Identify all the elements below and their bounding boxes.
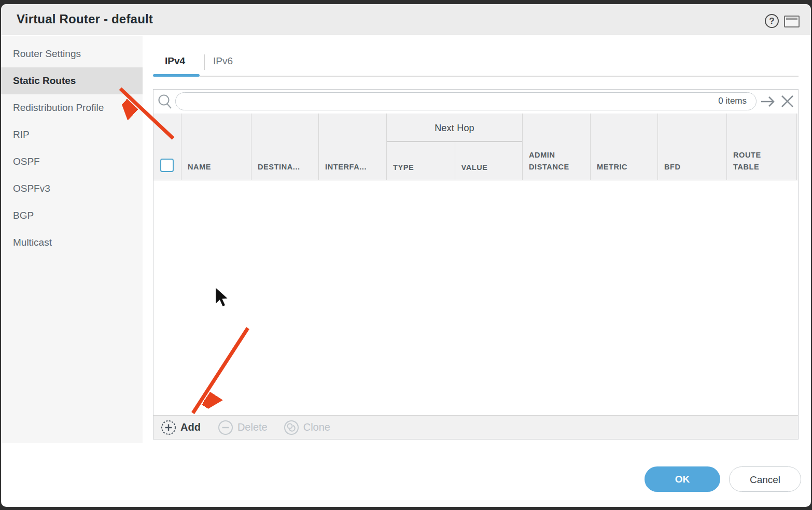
add-button[interactable]: Add [160,419,201,436]
sidebar-item-bgp[interactable]: BGP [1,202,143,229]
tab-ipv6[interactable]: IPv6 [213,55,233,67]
column-header-name[interactable]: NAME [181,114,251,180]
table-toolbar: Add Delete Clone [153,415,798,439]
ok-button[interactable]: OK [645,466,720,492]
active-tab-indicator [153,74,200,77]
plus-circle-icon [160,419,177,436]
table-header: NAME DESTINA... INTERFA... Next Hop TYPE… [153,114,798,180]
column-header-interface[interactable]: INTERFA... [318,114,386,180]
column-header-route-table[interactable]: ROUTE TABLE [726,114,796,180]
virtual-router-dialog: Virtual Router - default ? Router Settin… [1,4,811,507]
arrow-right-icon[interactable] [760,94,777,109]
sidebar-item-ospfv3[interactable]: OSPFv3 [1,175,143,202]
sidebar-item-multicast[interactable]: Multicast [1,229,143,256]
clone-icon [283,419,300,436]
items-count-badge: 0 items [718,96,747,106]
dialog-titlebar: Virtual Router - default ? [1,4,811,35]
header-checkbox-cell [153,114,181,180]
header-filler-cell [796,114,798,180]
search-field[interactable]: 0 items [175,92,757,110]
tab-ipv4[interactable]: IPv4 [165,55,185,67]
column-header-destination[interactable]: DESTINA... [251,114,318,180]
clear-search-x-icon[interactable] [780,94,795,109]
table-search-row: 0 items [153,90,798,114]
sidebar-item-router-settings[interactable]: Router Settings [1,40,143,67]
column-header-bfd[interactable]: BFD [657,114,726,180]
sidebar-item-static-routes[interactable]: Static Routes [1,67,143,94]
cancel-button[interactable]: Cancel [729,466,801,492]
sidebar-item-rip[interactable]: RIP [1,121,143,148]
search-icon [157,93,174,111]
sidebar-item-redistribution-profile[interactable]: Redistribution Profile [1,94,143,121]
column-header-metric[interactable]: METRIC [590,114,657,180]
select-all-checkbox[interactable] [160,159,174,172]
column-header-admin-distance[interactable]: ADMIN DISTANCE [522,114,590,180]
column-header-value[interactable]: VALUE [455,142,523,180]
tab-bottom-rule [200,76,799,77]
static-routes-table: 0 items NAME DESTINA... INTERFA... Next … [153,89,799,440]
search-input[interactable] [184,94,671,108]
next-hop-group-label: Next Hop [387,114,522,141]
delete-button[interactable]: Delete [217,419,268,436]
sidebar-item-ospf[interactable]: OSPF [1,148,143,175]
window-restore-icon[interactable] [784,16,800,27]
dialog-title: Virtual Router - default [17,12,153,26]
dialog-sidebar: Router Settings Static Routes Redistribu… [1,36,143,443]
clone-button[interactable]: Clone [283,419,330,436]
tab-divider [204,54,205,70]
column-header-type[interactable]: TYPE [387,142,455,180]
table-body-empty [153,180,798,415]
help-icon[interactable]: ? [765,14,779,28]
column-group-next-hop: Next Hop TYPE VALUE [386,114,522,180]
minus-circle-icon [217,419,234,436]
